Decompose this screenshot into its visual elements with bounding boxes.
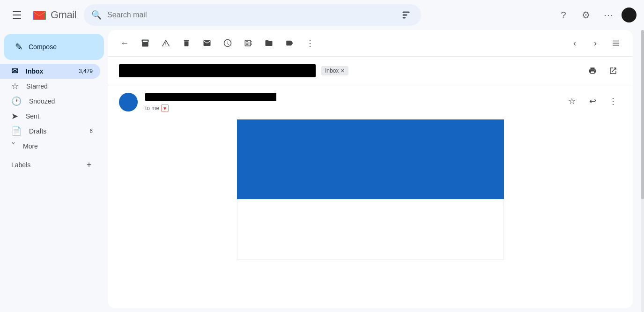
svg-rect-4 [613,43,619,44]
open-in-new-button[interactable] [605,62,622,79]
sidebar-item-label: Sent [26,112,39,120]
inbox-badge-remove[interactable]: × [341,67,344,74]
labels-title: Labels [11,161,30,169]
search-options-button[interactable] [399,7,414,23]
settings-button[interactable]: ⚙ [577,6,595,24]
sidebar: ✎ Compose ✉ Inbox 3,479 ☆ Starred 🕐 Snoo… [0,30,108,312]
menu-icon [13,11,21,19]
sender-dropdown-button[interactable]: ▼ [161,104,169,112]
snoozed-icon: 🕐 [11,96,22,106]
svg-rect-1 [402,14,407,15]
back-button[interactable]: ← [115,34,134,52]
toolbar-nav: ‹ › [565,34,605,52]
search-input[interactable] [107,11,393,19]
sidebar-item-label: Snoozed [29,97,55,105]
hamburger-button[interactable] [7,6,26,24]
next-email-button[interactable]: › [586,34,605,52]
labels-button[interactable] [280,34,299,52]
sidebar-item-snoozed[interactable]: 🕐 Snoozed [0,94,100,109]
help-button[interactable]: ? [554,6,573,24]
drafts-icon: 📄 [11,126,22,136]
report-spam-button[interactable] [156,34,175,52]
full-area: ← [108,30,644,312]
move-to-button[interactable] [259,34,278,52]
gmail-wordmark: Gmail [51,9,76,21]
sidebar-item-label: Inbox [26,67,43,75]
email-image-blue [237,119,504,199]
print-button[interactable] [584,62,601,79]
apps-button[interactable]: ⋯ [599,6,618,24]
labels-header: Labels + [0,154,108,174]
email-subject-bar: Inbox × [108,57,633,85]
email-image-white [237,199,504,260]
sidebar-item-label: Drafts [29,127,46,135]
topbar: Gmail 🔍 ? ⚙ ⋯ [0,0,644,30]
sender-to-label: to me [145,105,159,111]
star-icon: ☆ [11,81,19,91]
more-icon: ˅ [11,141,15,151]
subject-bar-right [584,62,622,79]
drafts-count: 6 [89,128,93,134]
inbox-icon: ✉ [11,66,18,76]
sender-name-redacted [145,93,276,101]
star-email-button[interactable]: ☆ [563,93,580,110]
email-body: to me ▼ ☆ ↩ ⋮ [108,85,633,308]
sidebar-item-inbox[interactable]: ✉ Inbox 3,479 [0,64,100,79]
inbox-count: 3,479 [79,68,93,74]
email-content [108,119,633,260]
reply-button[interactable]: ↩ [584,93,601,110]
svg-rect-0 [402,12,409,13]
sidebar-item-more[interactable]: ˅ More [0,139,100,154]
compose-icon: ✎ [15,41,23,52]
sender-avatar[interactable] [119,93,138,111]
scrollbar-thumb[interactable] [641,30,644,199]
add-to-tasks-button[interactable] [239,34,258,52]
prev-email-button[interactable]: ‹ [565,34,584,52]
scrollbar[interactable] [640,30,644,312]
main-layout: ✎ Compose ✉ Inbox 3,479 ☆ Starred 🕐 Snoo… [0,30,644,312]
sender-to: to me ▼ [145,104,556,112]
email-toolbar: ← [108,30,633,57]
labels-add-button[interactable]: + [81,157,96,172]
thread-view-button[interactable] [607,34,625,52]
scrollbar-track [641,30,644,312]
email-area: ← [108,30,633,308]
sidebar-item-drafts[interactable]: 📄 Drafts 6 [0,124,100,139]
search-bar: 🔍 [84,4,421,26]
inbox-badge[interactable]: Inbox × [321,66,348,75]
sidebar-item-starred[interactable]: ☆ Starred [0,79,100,94]
inbox-badge-label: Inbox [325,67,339,74]
svg-rect-2 [402,17,406,18]
more-actions-button[interactable]: ⋮ [301,34,319,52]
sidebar-item-sent[interactable]: ➤ Sent [0,109,100,124]
sidebar-item-label: More [23,142,38,150]
sidebar-item-label: Starred [26,82,48,90]
email-more-button[interactable]: ⋮ [605,93,622,110]
topbar-right: ? ⚙ ⋯ [554,6,637,24]
search-icon: 🔍 [91,10,102,20]
delete-button[interactable] [177,34,196,52]
snooze-button[interactable] [218,34,237,52]
mark-unread-button[interactable] [198,34,216,52]
compose-label: Compose [29,43,57,51]
svg-rect-5 [613,45,619,46]
sender-info: to me ▼ [145,93,556,112]
avatar[interactable] [622,7,637,22]
gmail-logo: Gmail [30,6,76,24]
compose-button[interactable]: ✎ Compose [4,34,104,60]
svg-rect-3 [613,41,619,42]
email-header-actions: ☆ ↩ ⋮ [563,93,622,110]
sent-icon: ➤ [11,111,18,121]
subject-redacted [119,64,316,77]
archive-button[interactable] [136,34,155,52]
email-header: to me ▼ ☆ ↩ ⋮ [108,85,633,119]
